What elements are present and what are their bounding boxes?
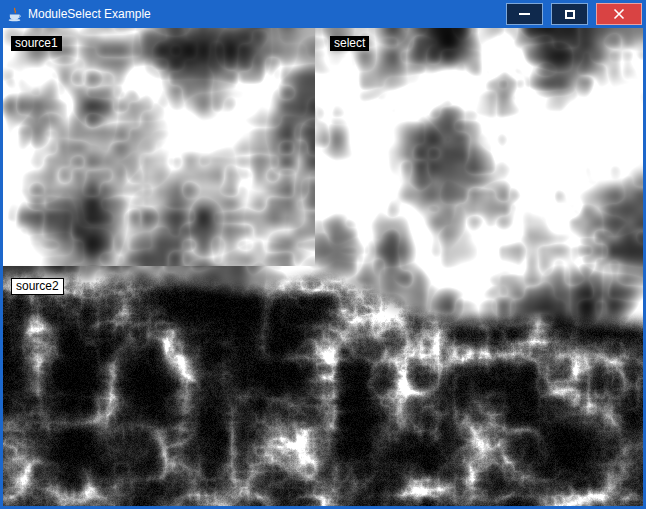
noise-render [3,28,643,506]
label-select: select [330,36,369,51]
close-icon [613,8,625,20]
label-source1: source1 [11,36,62,51]
close-button[interactable] [596,3,642,25]
minimize-button[interactable] [506,3,543,25]
label-source2: source2 [11,278,64,295]
app-window: ModuleSelect Example source1 select sour… [0,0,646,509]
java-icon [7,7,22,22]
minimize-icon [519,13,530,15]
maximize-button[interactable] [551,3,588,25]
titlebar[interactable]: ModuleSelect Example [0,0,646,28]
render-area: source1 select source2 [3,28,643,506]
window-controls [506,3,642,25]
window-title: ModuleSelect Example [28,7,151,21]
maximize-icon [565,10,575,19]
